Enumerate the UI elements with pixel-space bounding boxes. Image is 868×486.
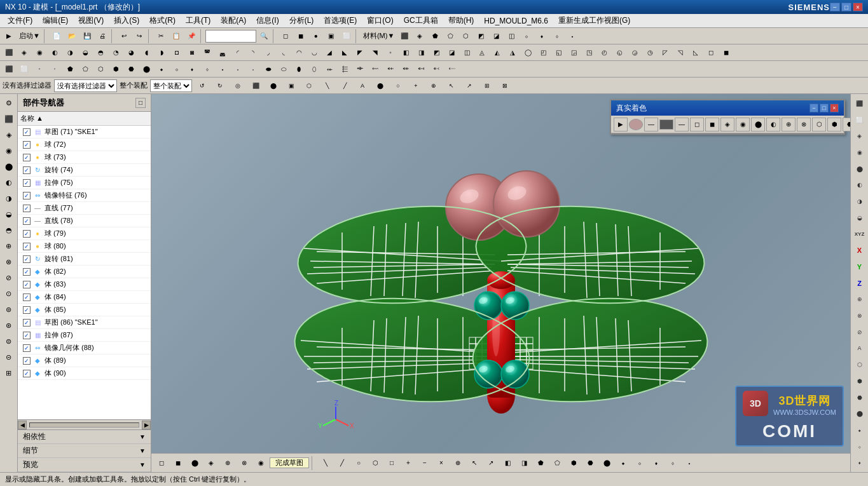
tb-btn-b12[interactable]: ⬩	[565, 29, 579, 43]
left-icon-4[interactable]: ⬤	[1, 159, 17, 174]
right-icon-18[interactable]: ⬦	[852, 439, 867, 454]
tb3-8[interactable]: ⬢	[109, 62, 123, 76]
rp-btn-10[interactable]: ⊗	[797, 118, 811, 132]
right-icon-16[interactable]: ⬤	[852, 406, 867, 421]
complete-btn7[interactable]: ◉	[254, 456, 268, 470]
tb3-3[interactable]: ⬝	[32, 62, 46, 76]
nav-item-74[interactable]: ✓↻旋转 (74)	[18, 164, 151, 177]
tb2-31[interactable]: ◫	[460, 46, 474, 60]
menu-format[interactable]: 格式(R)	[144, 14, 181, 27]
nav-item-checkbox-72[interactable]: ✓	[23, 141, 31, 149]
tb2-36[interactable]: ◰	[536, 46, 550, 60]
tb2-39[interactable]: ◳	[582, 46, 596, 60]
nav-item-checkbox-83[interactable]: ✓	[23, 281, 31, 288]
close-button[interactable]: ×	[853, 3, 863, 11]
tb3-25[interactable]: ⬳	[368, 62, 382, 76]
tb2-19[interactable]: ◟	[277, 46, 291, 60]
tb-paste[interactable]: 📌	[184, 29, 198, 43]
filter-btn16[interactable]: ↗	[462, 79, 476, 93]
complete-btn1[interactable]: ◻	[155, 456, 169, 470]
tb3-30[interactable]: ⬸	[444, 62, 458, 76]
tb2-10[interactable]: ◖	[139, 46, 153, 60]
rp-btn-3[interactable]: ◻	[690, 118, 704, 132]
complete-btn17[interactable]: ↖	[467, 456, 481, 470]
tb2-1[interactable]: ⬛	[2, 46, 16, 60]
filter-btn11[interactable]: ⬤	[373, 79, 387, 93]
left-icon-17[interactable]: ⊞	[1, 365, 17, 381]
filter-select[interactable]: 没有选择过滤器	[54, 79, 117, 92]
nav-item-checkbox-78[interactable]: ✓	[23, 217, 31, 225]
tb3-26[interactable]: ⬴	[383, 62, 397, 76]
tb3-10[interactable]: ⬤	[139, 62, 153, 76]
tb2-25[interactable]: ◥	[368, 46, 382, 60]
nav-item-checkbox-82[interactable]: ✓	[23, 268, 31, 276]
tb-btn-a1[interactable]: ◻	[279, 29, 293, 43]
tb-btn-b9[interactable]: ⬦	[520, 29, 534, 43]
nav-item-checkbox-77[interactable]: ✓	[23, 205, 31, 212]
complete-btn6[interactable]: ⊗	[237, 456, 251, 470]
right-icon-13[interactable]: ⬡	[852, 357, 867, 372]
tb3-4[interactable]: ⬞	[48, 62, 62, 76]
nav-item-checkbox-74[interactable]: ✓	[23, 166, 31, 174]
tb2-27[interactable]: ◧	[399, 46, 413, 60]
right-icon-15[interactable]: ⬣	[852, 390, 867, 405]
realistic-panel-minimize[interactable]: −	[809, 104, 818, 112]
tb3-11[interactable]: ⬥	[155, 62, 169, 76]
left-icon-2[interactable]: ◈	[1, 127, 17, 142]
tb3-20[interactable]: ⬮	[292, 62, 306, 76]
nav-item-checkbox-73[interactable]: ✓	[23, 154, 31, 161]
tb2-41[interactable]: ◵	[612, 46, 626, 60]
complete-btn28[interactable]: ⬧	[649, 456, 663, 470]
complete-btn20[interactable]: ◨	[517, 456, 531, 470]
complete-btn26[interactable]: ⬥	[616, 456, 630, 470]
tb2-46[interactable]: ◺	[689, 46, 703, 60]
left-icon-1[interactable]: ⬛	[1, 111, 17, 126]
tb-btn-b2[interactable]: ◈	[413, 29, 427, 43]
tb3-9[interactable]: ⬣	[124, 62, 138, 76]
filter-btn3[interactable]: ◎	[231, 79, 245, 93]
menu-hdmould[interactable]: HD_MOULD_M6.6	[479, 15, 553, 27]
tb-btn-b8[interactable]: ◫	[504, 29, 518, 43]
tb3-5[interactable]: ⬟	[63, 62, 77, 76]
rp-btn-square[interactable]	[659, 119, 673, 130]
nav-item-75[interactable]: ✓▦拉伸 (75)	[18, 177, 151, 189]
rp-btn-sphere[interactable]	[629, 119, 643, 130]
right-icon-7[interactable]: ◑	[852, 194, 867, 209]
complete-btn12[interactable]: □	[385, 456, 399, 470]
scrollbar-track[interactable]	[29, 422, 139, 428]
tb2-32[interactable]: ◬	[475, 46, 489, 60]
filter-btn6[interactable]: ▣	[284, 79, 298, 93]
right-icon-6[interactable]: ◐	[852, 178, 867, 193]
nav-item-76[interactable]: ✓⇔镜像特征 (76)	[18, 189, 151, 202]
left-icon-13[interactable]: ⊚	[1, 302, 17, 317]
nav-item-73[interactable]: ✓●球 (73)	[18, 151, 151, 164]
tb2-7[interactable]: ◓	[93, 46, 107, 60]
tb-btn-a3[interactable]: ●	[309, 29, 323, 43]
tb3-7[interactable]: ⬡	[93, 62, 107, 76]
rp-btn-13[interactable]: ⬣	[843, 118, 850, 132]
tb2-23[interactable]: ◣	[338, 46, 352, 60]
tb-btn-a4[interactable]: ▣	[324, 29, 338, 43]
filter-btn15[interactable]: ↖	[444, 79, 458, 93]
nav-item-checkbox-88[interactable]: ✓	[23, 344, 31, 352]
assembly-select[interactable]: 整个装配	[150, 79, 192, 92]
filter-btn8[interactable]: ╲	[320, 79, 334, 93]
filter-btn4[interactable]: ⬛	[249, 79, 263, 93]
tb2-11[interactable]: ◗	[155, 46, 169, 60]
left-icon-6[interactable]: ◑	[1, 191, 17, 206]
rp-btn-4[interactable]: ◼	[705, 118, 719, 132]
tb2-5[interactable]: ◑	[63, 46, 77, 60]
tb-btn-b4[interactable]: ⬠	[443, 29, 457, 43]
tb3-22[interactable]: ⬰	[322, 62, 336, 76]
tb2-4[interactable]: ◐	[48, 46, 62, 60]
tb2-13[interactable]: ◙	[185, 46, 199, 60]
right-icon-y[interactable]: Y	[852, 259, 867, 274]
tb3-18[interactable]: ⬬	[261, 62, 275, 76]
tb3-28[interactable]: ⬶	[414, 62, 428, 76]
nav-item-checkbox-80[interactable]: ✓	[23, 243, 31, 250]
tb-btn-a2[interactable]: ◼	[294, 29, 308, 43]
complete-btn4[interactable]: ◈	[204, 456, 218, 470]
menu-view[interactable]: 视图(V)	[73, 14, 109, 27]
complete-btn21[interactable]: ⬟	[534, 456, 548, 470]
tb3-14[interactable]: ⬨	[200, 62, 214, 76]
